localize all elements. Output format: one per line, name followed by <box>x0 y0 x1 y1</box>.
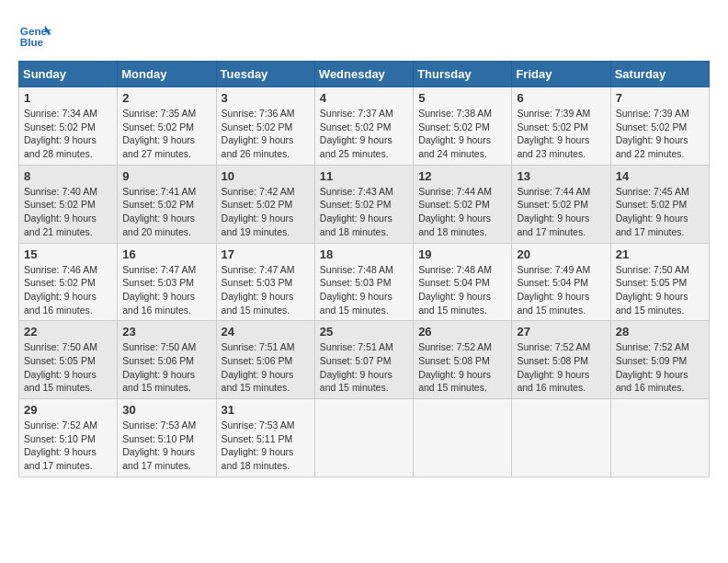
daylight: Daylight: 9 hours and 15 minutes. <box>320 369 392 394</box>
day-cell: 26 Sunrise: 7:52 AM Sunset: 5:08 PM Dayl… <box>414 321 512 399</box>
day-number: 6 <box>517 91 605 105</box>
sunset: Sunset: 5:03 PM <box>222 277 293 288</box>
sunset: Sunset: 5:04 PM <box>517 277 588 288</box>
day-number: 9 <box>122 169 210 183</box>
cell-info: Sunrise: 7:34 AM Sunset: 5:02 PM Dayligh… <box>24 107 112 161</box>
svg-text:Blue: Blue <box>20 36 44 48</box>
week-row-2: 8 Sunrise: 7:40 AM Sunset: 5:02 PM Dayli… <box>19 165 710 243</box>
day-cell: 17 Sunrise: 7:47 AM Sunset: 5:03 PM Dayl… <box>216 243 314 321</box>
day-number: 27 <box>517 325 605 339</box>
col-header-wednesday: Wednesday <box>314 62 413 87</box>
sunrise: Sunrise: 7:36 AM <box>222 108 295 119</box>
sunset: Sunset: 5:09 PM <box>616 355 688 366</box>
daylight: Daylight: 9 hours and 17 minutes. <box>122 446 195 471</box>
cell-info: Sunrise: 7:42 AM Sunset: 5:02 PM Dayligh… <box>222 185 310 239</box>
sunrise: Sunrise: 7:35 AM <box>122 108 196 119</box>
day-number: 29 <box>24 403 112 417</box>
cell-info: Sunrise: 7:36 AM Sunset: 5:02 PM Dayligh… <box>222 107 310 161</box>
day-number: 8 <box>24 169 112 183</box>
day-cell: 20 Sunrise: 7:49 AM Sunset: 5:04 PM Dayl… <box>512 243 610 321</box>
cell-info: Sunrise: 7:47 AM Sunset: 5:03 PM Dayligh… <box>122 263 210 317</box>
cell-info: Sunrise: 7:49 AM Sunset: 5:04 PM Dayligh… <box>517 263 605 317</box>
daylight: Daylight: 9 hours and 15 minutes. <box>24 369 97 394</box>
day-cell: 4 Sunrise: 7:37 AM Sunset: 5:02 PM Dayli… <box>314 87 413 166</box>
day-number: 12 <box>418 169 506 183</box>
sunrise: Sunrise: 7:39 AM <box>616 108 689 119</box>
sunrise: Sunrise: 7:45 AM <box>616 186 689 197</box>
day-number: 10 <box>222 169 310 183</box>
week-row-5: 29 Sunrise: 7:52 AM Sunset: 5:10 PM Dayl… <box>19 399 710 477</box>
daylight: Daylight: 9 hours and 15 minutes. <box>418 369 491 394</box>
cell-info: Sunrise: 7:44 AM Sunset: 5:02 PM Dayligh… <box>517 185 605 239</box>
day-number: 7 <box>616 91 704 105</box>
sunset: Sunset: 5:02 PM <box>616 121 688 132</box>
cell-info: Sunrise: 7:52 AM Sunset: 5:10 PM Dayligh… <box>24 419 112 473</box>
sunset: Sunset: 5:02 PM <box>418 199 490 210</box>
day-cell: 24 Sunrise: 7:51 AM Sunset: 5:06 PM Dayl… <box>216 321 314 399</box>
cell-info: Sunrise: 7:45 AM Sunset: 5:02 PM Dayligh… <box>616 185 704 239</box>
daylight: Daylight: 9 hours and 16 minutes. <box>616 369 688 394</box>
column-headers: SundayMondayTuesdayWednesdayThursdayFrid… <box>19 62 710 87</box>
day-number: 16 <box>122 247 210 261</box>
day-cell <box>610 399 709 477</box>
day-cell: 29 Sunrise: 7:52 AM Sunset: 5:10 PM Dayl… <box>19 399 118 477</box>
day-number: 15 <box>24 247 112 261</box>
daylight: Daylight: 9 hours and 19 minutes. <box>222 213 294 237</box>
day-number: 28 <box>616 325 704 339</box>
col-header-monday: Monday <box>118 62 216 87</box>
day-cell: 6 Sunrise: 7:39 AM Sunset: 5:02 PM Dayli… <box>512 87 610 166</box>
cell-info: Sunrise: 7:43 AM Sunset: 5:02 PM Dayligh… <box>320 185 408 239</box>
day-cell: 7 Sunrise: 7:39 AM Sunset: 5:02 PM Dayli… <box>610 87 709 166</box>
sunset: Sunset: 5:02 PM <box>24 121 96 132</box>
sunset: Sunset: 5:10 PM <box>122 433 194 444</box>
day-cell: 9 Sunrise: 7:41 AM Sunset: 5:02 PM Dayli… <box>118 165 216 243</box>
day-number: 21 <box>616 247 704 261</box>
cell-info: Sunrise: 7:39 AM Sunset: 5:02 PM Dayligh… <box>517 107 605 161</box>
cell-info: Sunrise: 7:37 AM Sunset: 5:02 PM Dayligh… <box>320 107 408 161</box>
cell-info: Sunrise: 7:53 AM Sunset: 5:11 PM Dayligh… <box>222 419 310 473</box>
day-number: 25 <box>320 325 408 339</box>
daylight: Daylight: 9 hours and 15 minutes. <box>418 291 491 316</box>
cell-info: Sunrise: 7:51 AM Sunset: 5:07 PM Dayligh… <box>320 340 408 395</box>
sunset: Sunset: 5:02 PM <box>222 199 293 210</box>
daylight: Daylight: 9 hours and 16 minutes. <box>24 291 97 316</box>
col-header-thursday: Thursday <box>414 62 512 87</box>
day-cell: 1 Sunrise: 7:34 AM Sunset: 5:02 PM Dayli… <box>19 87 118 166</box>
sunset: Sunset: 5:02 PM <box>122 121 194 132</box>
sunset: Sunset: 5:11 PM <box>222 433 293 444</box>
day-cell: 28 Sunrise: 7:52 AM Sunset: 5:09 PM Dayl… <box>610 321 709 399</box>
col-header-tuesday: Tuesday <box>216 62 314 87</box>
sunset: Sunset: 5:02 PM <box>320 121 392 132</box>
cell-info: Sunrise: 7:41 AM Sunset: 5:02 PM Dayligh… <box>122 185 210 239</box>
daylight: Daylight: 9 hours and 15 minutes. <box>320 291 392 316</box>
sunrise: Sunrise: 7:34 AM <box>24 108 97 119</box>
cell-info: Sunrise: 7:47 AM Sunset: 5:03 PM Dayligh… <box>222 263 310 317</box>
day-cell: 2 Sunrise: 7:35 AM Sunset: 5:02 PM Dayli… <box>118 87 216 166</box>
cell-info: Sunrise: 7:50 AM Sunset: 5:06 PM Dayligh… <box>122 340 210 395</box>
cell-info: Sunrise: 7:44 AM Sunset: 5:02 PM Dayligh… <box>418 185 506 239</box>
sunrise: Sunrise: 7:50 AM <box>24 341 97 352</box>
daylight: Daylight: 9 hours and 18 minutes. <box>222 446 294 471</box>
cell-info: Sunrise: 7:39 AM Sunset: 5:02 PM Dayligh… <box>616 107 704 161</box>
sunrise: Sunrise: 7:44 AM <box>418 186 492 197</box>
daylight: Daylight: 9 hours and 15 minutes. <box>517 291 589 316</box>
logo: General Blue <box>18 18 57 52</box>
sunrise: Sunrise: 7:48 AM <box>418 264 492 275</box>
cell-info: Sunrise: 7:38 AM Sunset: 5:02 PM Dayligh… <box>418 107 506 161</box>
day-cell: 31 Sunrise: 7:53 AM Sunset: 5:11 PM Dayl… <box>216 399 314 477</box>
day-number: 11 <box>320 169 408 183</box>
day-number: 19 <box>418 247 506 261</box>
daylight: Daylight: 9 hours and 18 minutes. <box>320 213 392 237</box>
sunset: Sunset: 5:02 PM <box>616 199 688 210</box>
sunrise: Sunrise: 7:51 AM <box>320 341 393 352</box>
cell-info: Sunrise: 7:50 AM Sunset: 5:05 PM Dayligh… <box>616 263 704 317</box>
sunset: Sunset: 5:04 PM <box>418 277 490 288</box>
day-cell: 14 Sunrise: 7:45 AM Sunset: 5:02 PM Dayl… <box>610 165 709 243</box>
sunrise: Sunrise: 7:52 AM <box>418 341 492 352</box>
calendar-table: SundayMondayTuesdayWednesdayThursdayFrid… <box>18 61 710 477</box>
day-cell <box>314 399 413 477</box>
sunrise: Sunrise: 7:53 AM <box>122 419 196 431</box>
sunset: Sunset: 5:02 PM <box>418 121 490 132</box>
day-cell: 22 Sunrise: 7:50 AM Sunset: 5:05 PM Dayl… <box>19 321 118 399</box>
col-header-sunday: Sunday <box>19 62 118 87</box>
